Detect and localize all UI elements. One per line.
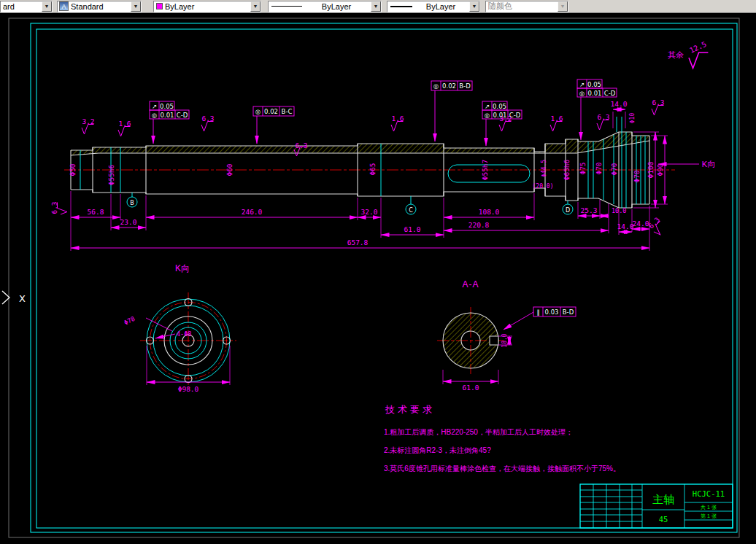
gdt-datum-ref: C-D xyxy=(509,112,521,119)
drawing-number: HCJC-11 xyxy=(693,489,725,498)
linetype-combo[interactable]: ByLayer ▼ xyxy=(268,1,382,12)
datum-b-label: B xyxy=(130,200,134,206)
gdt-datum-ref: B-D xyxy=(459,82,471,90)
sheet-info: 第 1 张 xyxy=(701,513,717,519)
dim-label: (20.0) xyxy=(533,183,554,190)
roughness-label: 6.3 xyxy=(50,201,58,214)
model-space-background[interactable] xyxy=(0,13,756,544)
gdt-symbol: ↗ xyxy=(579,81,585,88)
dim-label: 14.0 xyxy=(617,222,634,230)
chevron-down-icon[interactable]: ▼ xyxy=(131,1,141,12)
dimstyle-value: ard xyxy=(1,2,42,11)
lineweight-sample-icon xyxy=(390,6,412,7)
roughness-label: 6.3 xyxy=(597,113,609,121)
aa-dim-label: 18.0 xyxy=(501,333,508,347)
aa-view-title: A-A xyxy=(462,279,479,290)
surplus-label: 其余 xyxy=(668,50,684,59)
lineweight-value: ByLayer xyxy=(412,2,469,11)
dia-label: Φ55h6 xyxy=(107,164,115,185)
gdt-symbol: ◎ xyxy=(255,108,261,115)
sheet-info: 共 1 张 xyxy=(701,505,717,510)
datum-d-label: D xyxy=(566,207,570,214)
k-dim-label: Φ98.0 xyxy=(178,385,199,393)
dim-label: 657.8 xyxy=(347,238,369,246)
plotstyle-combo[interactable]: 随颜色 ▼ xyxy=(485,1,568,12)
gdt-value: 0.05 xyxy=(160,103,174,110)
dim-label: 25.3 xyxy=(581,206,598,214)
tech-title: 技术要求 xyxy=(385,404,435,415)
text-style-icon: A xyxy=(59,1,69,11)
dia-label: Φ75 xyxy=(579,162,587,174)
dim-label: 246.0 xyxy=(242,208,263,216)
gdt-datum-ref: B-C xyxy=(282,108,293,115)
dia-label: Φ44.5 xyxy=(541,160,547,177)
roughness-label: 6.3 xyxy=(652,98,664,106)
x-axis-label: X xyxy=(19,293,26,304)
text-style-combo[interactable]: A Standard ▼ xyxy=(57,1,142,12)
material-label: 45 xyxy=(659,515,668,524)
gdt-value: 0.05 xyxy=(493,103,506,110)
part-name: 主轴 xyxy=(652,493,674,505)
gdt-datum-ref: C-D xyxy=(604,90,616,97)
k-dim-label: 4-Φ8 xyxy=(177,330,191,338)
color-value: ByLayer xyxy=(163,2,250,11)
dia-label: Φ90 xyxy=(656,163,664,176)
text-style-value: Standard xyxy=(69,2,131,11)
gdt-value: 0.01 xyxy=(493,112,507,119)
dia-label: Φ70 xyxy=(610,163,618,175)
dim-label: 56.8 xyxy=(88,208,104,216)
color-combo[interactable]: ByLayer ▼ xyxy=(153,1,261,12)
roughness-label: 6.3 xyxy=(201,114,214,123)
gdt-symbol: ◎ xyxy=(579,90,585,97)
linetype-value: ByLayer xyxy=(302,2,371,11)
keyway-section xyxy=(490,336,498,345)
roughness-label: 1.6 xyxy=(391,114,404,123)
chevron-down-icon[interactable]: ▼ xyxy=(42,1,52,12)
dimstyle-combo[interactable]: ard ▼ xyxy=(0,1,53,12)
dia-label: Φ10 xyxy=(629,113,636,124)
k-direction-label: K向 xyxy=(702,160,715,168)
plotstyle-value: 随颜色 xyxy=(486,1,558,12)
lineweight-combo[interactable]: ByLayer ▼ xyxy=(387,1,480,12)
dim-label: 10.0 xyxy=(612,207,626,214)
k-view-title: K向 xyxy=(175,263,190,273)
gdt-symbol: ◎ xyxy=(433,82,439,90)
roughness-label: 3.2 xyxy=(82,117,94,125)
linetype-sample-icon xyxy=(271,6,302,7)
datum-c-label: C xyxy=(409,207,413,214)
gdt-symbol: ↗ xyxy=(152,103,157,110)
gdt-symbol: ◎ xyxy=(152,112,157,119)
dia-label: Φ65h6 xyxy=(563,159,571,180)
dim-label: 14.0 xyxy=(611,100,628,108)
chevron-down-icon: ▼ xyxy=(558,1,568,12)
roughness-label: 1.6 xyxy=(550,114,563,123)
toolbar: ard ▼ A Standard ▼ ByLayer ▼ ByLayer ▼ B… xyxy=(0,0,756,13)
gdt-value: 0.05 xyxy=(587,81,601,88)
aa-dim-label: 61.0 xyxy=(463,384,479,392)
dia-label: Φ50 xyxy=(69,163,77,176)
chevron-down-icon[interactable]: ▼ xyxy=(469,1,479,12)
dia-label: Φ70 xyxy=(633,170,641,182)
gdt-value: 0.02 xyxy=(442,82,456,90)
drawing-viewport[interactable]: X xyxy=(0,0,756,544)
tech-line: 1.粗加工后调质，HB220-250，半精加工后人工时效处理； xyxy=(384,428,573,436)
gdt-value: 0.01 xyxy=(161,112,174,119)
gdt-value: 0.03 xyxy=(545,308,559,316)
roughness-label: 6.3 xyxy=(295,141,307,149)
gdt-value: 0.02 xyxy=(264,108,278,115)
gdt-symbol: ◎ xyxy=(485,112,490,119)
tech-line: 2.未标注圆角R2-3，未注倒角45? xyxy=(384,446,491,454)
dim-label: 23.0 xyxy=(120,218,137,226)
dia-label: Φ65 xyxy=(369,163,377,175)
dia-label: Φ55h7 xyxy=(481,160,489,181)
dia-label: Φ70 xyxy=(595,162,603,174)
dim-label: 32.0 xyxy=(361,208,378,216)
gdt-datum-ref: B-D xyxy=(563,308,574,316)
dia-label: Φ100 xyxy=(647,161,655,178)
gdt-value: 0.01 xyxy=(588,90,602,97)
chevron-down-icon[interactable]: ▼ xyxy=(371,1,381,12)
dia-label: Φ60 xyxy=(225,163,234,176)
chevron-down-icon[interactable]: ▼ xyxy=(250,1,261,12)
dim-label: 108.0 xyxy=(479,208,500,216)
gdt-symbol: ↗ xyxy=(485,103,490,110)
